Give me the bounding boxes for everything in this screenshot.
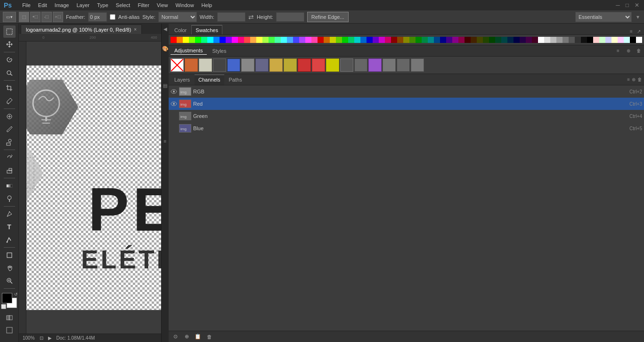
tool-move[interactable] [3, 38, 16, 50]
swatch-color[interactable] [452, 37, 458, 43]
adj-style-icon-9[interactable] [298, 58, 311, 72]
menu-file[interactable]: File [18, 1, 34, 9]
swatch-color[interactable] [495, 37, 501, 43]
swatch-color[interactable] [195, 37, 201, 43]
adj-panel-menu-btn[interactable]: ≡ [615, 48, 621, 54]
swatch-color[interactable] [562, 37, 569, 43]
tool-zoom[interactable] [3, 275, 16, 287]
swatch-color[interactable] [556, 37, 562, 43]
delete-channel-btn[interactable]: 🗑 [204, 333, 214, 341]
swatches-tab[interactable]: Swatches [191, 25, 222, 34]
tool-clone-stamp[interactable] [3, 136, 16, 148]
adj-style-icon-15[interactable] [383, 58, 396, 72]
swatch-color[interactable] [348, 37, 354, 43]
document-tab[interactable]: logoarrumada2.png @ 100% (Layer 0, Red/8… [21, 25, 142, 34]
menu-type[interactable]: Type [93, 1, 112, 9]
swatch-color[interactable] [238, 37, 244, 43]
swatch-color[interactable] [311, 37, 318, 43]
adj-style-icon-17[interactable] [411, 58, 424, 72]
tool-eyedropper[interactable] [3, 95, 16, 107]
channel-visibility-green[interactable] [171, 113, 177, 119]
menu-layer[interactable]: Layer [73, 1, 93, 9]
adj-style-icon-12[interactable] [340, 58, 353, 72]
swatch-color[interactable] [428, 37, 434, 43]
panel-expand-btn[interactable]: ↗ [636, 28, 642, 34]
tool-type[interactable]: T [3, 221, 16, 233]
adj-style-icon-2[interactable] [199, 58, 212, 72]
intersect-selection-btn[interactable]: ∩⬚ [53, 12, 63, 22]
swatch-color[interactable] [575, 37, 581, 43]
canvas-content[interactable]: PET ELÉTRICA [19, 65, 161, 310]
swap-dimensions-btn[interactable]: ⇄ [248, 13, 254, 21]
swatch-color[interactable] [330, 37, 336, 43]
swatch-color[interactable] [226, 37, 232, 43]
swatch-color[interactable] [397, 37, 403, 43]
swatch-color[interactable] [569, 37, 575, 43]
canvas-viewport[interactable]: 0 200 400 600 800 1000 1200 1400 [19, 34, 161, 334]
swatch-color[interactable] [581, 37, 587, 43]
feather-input[interactable] [88, 12, 107, 22]
tool-screen-mode[interactable] [3, 324, 16, 336]
antialias-checkbox[interactable] [110, 14, 115, 20]
swatch-color[interactable] [587, 37, 593, 43]
adj-style-icon-3[interactable] [213, 58, 226, 72]
subtract-selection-btn[interactable]: -⬚ [41, 12, 52, 22]
adj-style-icon-7[interactable] [269, 58, 283, 72]
adj-style-icon-5[interactable] [241, 58, 254, 72]
adj-style-icon-4[interactable] [227, 58, 240, 72]
swatch-color[interactable] [514, 37, 520, 43]
layers-delete-btn[interactable]: 🗑 [637, 77, 642, 82]
swatch-color[interactable] [618, 37, 624, 43]
swatch-color[interactable] [171, 37, 177, 43]
tool-path-select[interactable] [3, 234, 16, 246]
tool-lasso[interactable] [3, 54, 16, 66]
tool-healing[interactable] [3, 110, 16, 123]
maximize-btn[interactable]: □ [623, 2, 632, 8]
close-btn[interactable]: ✕ [632, 2, 642, 8]
panel-menu-btn[interactable]: ≡ [628, 28, 635, 34]
swatch-color[interactable] [379, 37, 385, 43]
channel-row-blue[interactable]: imgBlueCtrl+5 [169, 122, 644, 134]
channel-row-rgb[interactable]: imgRGBCtrl+2 [169, 85, 644, 98]
swatch-color[interactable] [287, 37, 293, 43]
adj-style-icon-6[interactable] [255, 58, 269, 72]
swatch-color[interactable] [605, 37, 611, 43]
swatch-color[interactable] [207, 37, 213, 43]
swatch-color[interactable] [342, 37, 348, 43]
menu-select[interactable]: Select [112, 1, 134, 9]
tool-history-brush[interactable] [3, 151, 16, 164]
swatch-color[interactable] [275, 37, 281, 43]
swatch-color[interactable] [434, 37, 440, 43]
tool-shape[interactable] [3, 249, 16, 261]
swatch-color[interactable] [520, 37, 526, 43]
panel-side-adj-icon[interactable]: ▤ [162, 82, 169, 89]
layers-tab[interactable]: Layers [171, 75, 194, 85]
swatch-color[interactable] [299, 37, 305, 43]
adj-style-icon-0[interactable] [171, 58, 184, 72]
swatch-color[interactable] [201, 37, 207, 43]
tool-gradient[interactable] [3, 180, 16, 192]
swatch-color[interactable] [550, 37, 556, 43]
channel-row-green[interactable]: imgGreenCtrl+4 [169, 110, 644, 122]
channels-tab[interactable]: Channels [195, 75, 224, 85]
swatch-color[interactable] [446, 37, 452, 43]
channel-visibility-blue[interactable] [171, 125, 177, 132]
foreground-color-swatch[interactable] [2, 293, 12, 303]
swatch-color[interactable] [354, 37, 360, 43]
adjustments-tab[interactable]: Adjustments [171, 47, 207, 55]
panel-side-layers-icon[interactable]: ≡ [162, 138, 169, 144]
swatch-color[interactable] [213, 37, 220, 43]
adj-style-icon-10[interactable] [312, 58, 325, 72]
swatch-color[interactable] [416, 37, 422, 43]
default-colors-btn[interactable]: ⬜ [1, 304, 6, 309]
swatch-color[interactable] [391, 37, 397, 43]
swatch-color[interactable] [465, 37, 471, 43]
tool-dodge[interactable] [3, 192, 16, 205]
adj-style-icon-14[interactable] [368, 58, 382, 72]
swatch-color[interactable] [220, 37, 226, 43]
channel-row-red[interactable]: imgRedCtrl+3 [169, 98, 644, 110]
swatch-color[interactable] [244, 37, 250, 43]
adj-style-icon-8[interactable] [284, 58, 297, 72]
add-selection-btn[interactable]: +⬚ [30, 12, 41, 22]
swatch-color[interactable] [189, 37, 195, 43]
